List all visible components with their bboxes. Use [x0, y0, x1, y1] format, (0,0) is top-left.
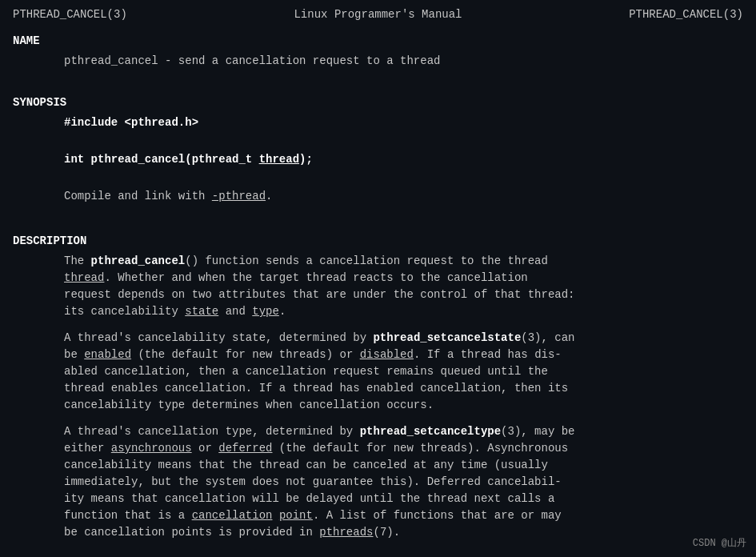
para2-text4: (the default for new threads) or: [131, 348, 360, 361]
para3-text3: either: [64, 442, 111, 455]
para2-setcancelstate: pthread_setcancelstate: [373, 331, 521, 344]
compile-pthread-flag: -pthread: [212, 190, 266, 202]
header-center: Linux Programmer's Manual: [294, 6, 462, 23]
description-title: DESCRIPTION: [13, 233, 743, 250]
para3-text12: be cancellation points is provided in: [64, 526, 319, 539]
para3-text6: cancelability means that the thread can …: [64, 459, 548, 471]
para2-text6: abled cancellation, then a cancellation …: [64, 365, 548, 378]
para1-type-link: type: [252, 305, 279, 318]
header-right: PTHREAD_CANCEL(3): [629, 6, 743, 23]
para3-setcanceltype: pthread_setcanceltype: [360, 425, 501, 438]
para1-state-link: state: [185, 305, 218, 318]
para3-text9: function that is a: [64, 509, 192, 522]
function-signature-suffix: );: [299, 153, 313, 166]
para2-text7: thread enables cancellation. If a thread…: [64, 382, 568, 395]
para2-text2: (3), can: [521, 331, 574, 344]
para3-pthreads-link: pthreads: [319, 526, 373, 539]
para3-text7: immediately, but the system does not gua…: [64, 475, 562, 488]
para1-text2: () function sends a cancellation request…: [185, 254, 548, 267]
header-left: PTHREAD_CANCEL(3): [13, 6, 127, 23]
description-para2: A thread's cancelability state, determin…: [13, 330, 743, 414]
para3-async-link: asynchronous: [111, 442, 192, 455]
para3-cancellation-link: cancellation: [192, 509, 273, 522]
para3-point-link: point: [279, 509, 313, 522]
para1-text4: request depends on two attributes that a…: [64, 288, 575, 301]
para3-deferred-link: deferred: [218, 442, 272, 455]
function-thread-param: thread: [259, 153, 299, 166]
synopsis-compile: Compile and link with -pthread.: [13, 188, 743, 205]
para2-enabled-link: enabled: [84, 348, 131, 361]
para3-text13: (7).: [373, 526, 400, 539]
name-title: NAME: [13, 33, 743, 50]
para2-disabled-link: disabled: [360, 348, 414, 361]
synopsis-section: SYNOPSIS #include <pthread.h> int pthrea…: [13, 94, 743, 205]
para1-text1: The: [64, 254, 91, 267]
synopsis-function: int pthread_cancel(pthread_t thread);: [13, 151, 743, 168]
function-signature-prefix: int pthread_cancel(pthread_t: [64, 153, 259, 166]
para1-thread-link: thread: [64, 271, 104, 284]
watermark: CSDN @山丹: [693, 536, 746, 551]
name-section: NAME pthread_cancel - send a cancellatio…: [13, 33, 743, 70]
para1-pthread-cancel: pthread_cancel: [91, 254, 186, 267]
para3-text4: or: [192, 442, 219, 455]
para3-text11: . A list of functions that are or may: [313, 509, 562, 522]
description-para3: A thread's cancellation type, determined…: [13, 423, 743, 541]
para3-text5: (the default for new threads). Asynchron…: [272, 442, 568, 455]
para2-text5: . If a thread has dis-: [414, 348, 562, 361]
para1-text7: .: [279, 305, 286, 318]
name-content: pthread_cancel - send a cancellation req…: [13, 53, 743, 70]
include-statement: #include <pthread.h>: [64, 116, 198, 129]
description-para1: The pthread_cancel() function sends a ca…: [13, 253, 743, 320]
para1-text5: its cancelability: [64, 305, 185, 318]
description-section: DESCRIPTION The pthread_cancel() functio…: [13, 233, 743, 541]
para2-text8: cancelability type determines when cance…: [64, 399, 434, 411]
para1-text6: and: [218, 305, 252, 318]
para1-text3: . Whether and when the target thread rea…: [104, 271, 527, 284]
para3-text8: ity means that cancellation will be dela…: [64, 492, 554, 505]
para3-text1: A thread's cancellation type, determined…: [64, 425, 360, 438]
para2-text3: be: [64, 348, 84, 361]
compile-text-prefix: Compile and link with: [64, 190, 212, 202]
compile-text-suffix: .: [266, 190, 272, 202]
para2-text1: A thread's cancelability state, determin…: [64, 331, 373, 344]
para3-text10: [272, 509, 278, 522]
man-page-header: PTHREAD_CANCEL(3) Linux Programmer's Man…: [13, 6, 743, 23]
synopsis-title: SYNOPSIS: [13, 94, 743, 111]
synopsis-include: #include <pthread.h>: [13, 114, 743, 131]
para3-text2: (3), may be: [501, 425, 574, 438]
terminal-window: PTHREAD_CANCEL(3) Linux Programmer's Man…: [0, 0, 756, 557]
